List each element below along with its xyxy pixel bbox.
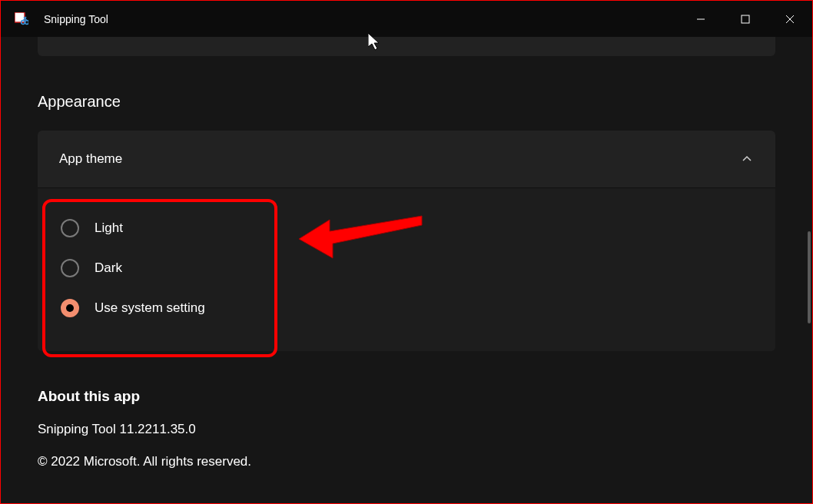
app-theme-label: App theme <box>59 151 122 167</box>
radio-option-light[interactable]: Light <box>61 208 752 248</box>
app-theme-options: Light Dark Use system setting <box>38 188 775 351</box>
app-title: Snipping Tool <box>44 13 108 25</box>
titlebar: Snipping Tool <box>1 1 812 37</box>
scrollbar-thumb[interactable] <box>808 231 811 323</box>
radio-option-system[interactable]: Use system setting <box>61 288 752 328</box>
about-copyright: © 2022 Microsoft. All rights reserved. <box>38 454 775 469</box>
maximize-button[interactable] <box>723 1 768 37</box>
minimize-button[interactable] <box>679 1 723 37</box>
about-version: Snipping Tool 11.2211.35.0 <box>38 422 775 437</box>
close-button[interactable] <box>768 1 812 37</box>
radio-label: Dark <box>95 260 122 276</box>
window-frame: Snipping Tool Appearance App theme <box>0 0 813 504</box>
svg-point-2 <box>25 20 28 24</box>
settings-content: Appearance App theme Light Dark <box>1 37 812 469</box>
radio-label: Use system setting <box>95 300 205 316</box>
chevron-up-icon <box>742 154 752 164</box>
previous-setting-card[interactable] <box>38 37 775 56</box>
app-theme-header[interactable]: App theme <box>38 131 775 188</box>
snipping-tool-icon <box>15 12 28 26</box>
about-heading: About this app <box>38 388 775 405</box>
radio-icon-selected <box>61 299 79 317</box>
radio-option-dark[interactable]: Dark <box>61 248 752 288</box>
radio-dot <box>66 304 74 312</box>
radio-icon <box>61 259 79 277</box>
window-controls <box>679 1 812 37</box>
radio-icon <box>61 219 79 237</box>
app-theme-card: App theme Light Dark U <box>38 131 775 351</box>
svg-rect-6 <box>742 15 749 23</box>
appearance-heading: Appearance <box>38 93 775 111</box>
radio-label: Light <box>95 220 123 236</box>
